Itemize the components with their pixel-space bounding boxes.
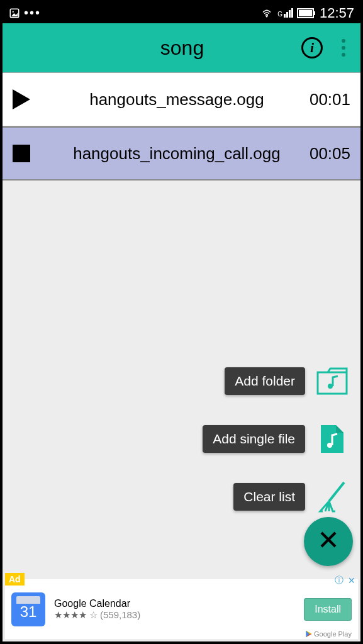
ad-badge: Ad <box>5 573 25 586</box>
install-button[interactable]: Install <box>304 598 352 621</box>
stop-icon[interactable] <box>13 145 44 162</box>
info-icon[interactable]: i <box>301 37 323 58</box>
overflow-menu-icon[interactable] <box>337 39 350 57</box>
track-row[interactable]: hangouts_incoming_call.ogg 00:05 <box>3 126 360 180</box>
add-folder-row[interactable]: Add folder <box>225 365 348 397</box>
fab-menu: Add folder Add single file Clear list <box>203 365 348 513</box>
svg-marker-12 <box>306 631 310 637</box>
image-icon <box>9 8 20 19</box>
wifi-icon <box>260 8 274 19</box>
page-title: song <box>63 36 301 60</box>
more-icon: ••• <box>24 6 41 20</box>
app-bar: song i <box>3 23 360 72</box>
fab-close-button[interactable] <box>304 517 353 566</box>
track-name: hangouts_incoming_call.ogg <box>44 144 310 164</box>
svg-point-1 <box>13 11 14 12</box>
broom-icon[interactable] <box>316 481 348 513</box>
fab-label: Clear list <box>233 483 305 511</box>
calendar-icon: 31 <box>11 592 45 626</box>
track-duration: 00:01 <box>310 90 350 109</box>
signal-icon: G <box>277 8 293 18</box>
ad-info-icon[interactable]: ⓘ <box>334 575 344 586</box>
ad-title: Google Calendar <box>54 598 304 609</box>
svg-marker-5 <box>13 89 30 109</box>
play-icon[interactable] <box>13 89 44 109</box>
ad-banner[interactable]: Ad ⓘ ✕ 31 Google Calendar ★★★★☆ (559,183… <box>5 579 358 639</box>
status-right: G 12:57 <box>260 5 354 21</box>
fab-label: Add folder <box>225 367 305 395</box>
track-duration: 00:05 <box>310 144 350 164</box>
music-file-icon[interactable] <box>316 423 348 455</box>
add-file-row[interactable]: Add single file <box>203 423 348 455</box>
track-name: hangouts_message.ogg <box>44 90 310 109</box>
svg-rect-3 <box>299 10 312 16</box>
fab-label: Add single file <box>203 425 305 453</box>
battery-icon <box>297 8 316 18</box>
track-row[interactable]: hangouts_message.ogg 00:01 <box>3 72 360 126</box>
status-bar: ••• G 12:57 <box>3 3 360 23</box>
clear-list-row[interactable]: Clear list <box>233 481 348 513</box>
clock-text: 12:57 <box>320 5 354 21</box>
svg-line-8 <box>329 482 344 501</box>
svg-rect-4 <box>314 11 315 15</box>
ad-rating: ★★★★☆ (559,183) <box>54 609 304 621</box>
close-icon <box>319 528 338 555</box>
status-left: ••• <box>9 6 41 20</box>
store-label: Google Play <box>305 630 352 638</box>
music-folder-icon[interactable] <box>316 365 348 397</box>
ad-close-icon[interactable]: ✕ <box>347 575 357 586</box>
